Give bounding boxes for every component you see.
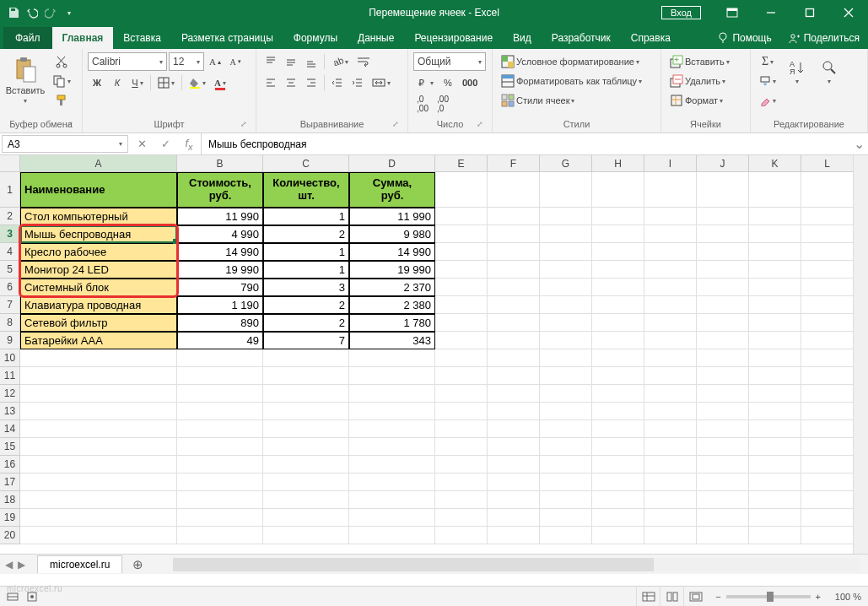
cell[interactable]: [592, 314, 644, 332]
cell[interactable]: [263, 403, 349, 420]
cell[interactable]: [20, 403, 177, 420]
row-header[interactable]: 13: [0, 403, 20, 420]
cell[interactable]: [435, 243, 488, 261]
cell[interactable]: [540, 491, 592, 509]
cell[interactable]: [540, 332, 592, 349]
cell[interactable]: [540, 243, 592, 261]
cell[interactable]: [749, 261, 801, 279]
cell[interactable]: [177, 403, 263, 420]
format-as-table-button[interactable]: Форматировать как таблицу▾: [498, 72, 658, 90]
cell[interactable]: [801, 314, 854, 332]
cell[interactable]: [435, 367, 488, 385]
cell[interactable]: [20, 527, 177, 544]
cell[interactable]: [177, 420, 263, 438]
cell[interactable]: Количество,шт.: [263, 172, 349, 208]
cell[interactable]: [540, 456, 592, 473]
font-color-icon[interactable]: A▾: [211, 73, 229, 92]
cell[interactable]: [801, 208, 854, 225]
cell[interactable]: [801, 367, 854, 385]
grow-font-icon[interactable]: A▴: [206, 52, 224, 71]
cell[interactable]: [20, 385, 177, 403]
cell[interactable]: [177, 438, 263, 456]
cell[interactable]: [435, 208, 488, 225]
cell[interactable]: [263, 509, 349, 527]
cell[interactable]: [644, 438, 697, 456]
cell[interactable]: [540, 296, 592, 314]
cell[interactable]: Кресло рабочее: [20, 243, 177, 261]
comma-icon[interactable]: 000: [459, 73, 481, 92]
share-button[interactable]: Поделиться: [780, 27, 868, 49]
cell[interactable]: [749, 208, 801, 225]
indent-icon[interactable]: [348, 73, 367, 92]
cell[interactable]: Клавиатура проводная: [20, 296, 177, 314]
align-center-icon[interactable]: [282, 73, 300, 92]
cell[interactable]: [697, 243, 749, 261]
cell[interactable]: [592, 403, 644, 420]
underline-icon[interactable]: Ч▾: [128, 73, 147, 92]
format-painter-icon[interactable]: [49, 91, 74, 110]
cell[interactable]: [801, 296, 854, 314]
cell[interactable]: 1: [263, 208, 349, 225]
cell[interactable]: [644, 314, 697, 332]
cell[interactable]: [435, 261, 488, 279]
col-header[interactable]: D: [349, 155, 435, 172]
page-break-view-icon[interactable]: [683, 587, 707, 607]
fx-icon[interactable]: fx: [177, 137, 201, 152]
tab-file[interactable]: Файл: [3, 27, 52, 49]
cell[interactable]: [435, 279, 488, 296]
cell[interactable]: [488, 491, 540, 509]
vertical-scrollbar[interactable]: [853, 155, 868, 554]
qat-customize-icon[interactable]: ▾: [62, 6, 76, 19]
cell[interactable]: 4 990: [177, 225, 263, 243]
cell[interactable]: [592, 420, 644, 438]
cell[interactable]: 2: [263, 225, 349, 243]
cell[interactable]: [20, 473, 177, 491]
cell[interactable]: [697, 403, 749, 420]
cell[interactable]: [592, 332, 644, 349]
cell[interactable]: [644, 527, 697, 544]
cell[interactable]: 49: [177, 332, 263, 349]
row-header[interactable]: 19: [0, 509, 20, 527]
cell[interactable]: [540, 403, 592, 420]
close-button[interactable]: [829, 0, 868, 25]
tab-справка[interactable]: Справка: [621, 27, 681, 49]
cell[interactable]: [592, 456, 644, 473]
cell[interactable]: Стоимость,руб.: [177, 172, 263, 208]
row-header[interactable]: 5: [0, 261, 20, 279]
row-header[interactable]: 9: [0, 332, 20, 349]
align-right-icon[interactable]: [302, 73, 321, 92]
italic-icon[interactable]: К: [108, 73, 127, 92]
name-box[interactable]: A3▾: [2, 135, 128, 153]
cell[interactable]: [697, 296, 749, 314]
cell[interactable]: [488, 349, 540, 367]
cell[interactable]: [749, 279, 801, 296]
cell[interactable]: [644, 403, 697, 420]
tab-данные[interactable]: Данные: [348, 27, 404, 49]
cell[interactable]: [801, 261, 854, 279]
cell[interactable]: [177, 456, 263, 473]
cell[interactable]: [749, 314, 801, 332]
col-header[interactable]: E: [435, 155, 488, 172]
col-header[interactable]: J: [697, 155, 749, 172]
cell[interactable]: [644, 172, 697, 208]
cancel-formula-icon[interactable]: ✕: [130, 138, 154, 150]
row-header[interactable]: 17: [0, 473, 20, 491]
cell[interactable]: [801, 243, 854, 261]
save-icon[interactable]: [7, 6, 20, 19]
cell[interactable]: [749, 243, 801, 261]
cell[interactable]: [435, 172, 488, 208]
cell[interactable]: [540, 527, 592, 544]
bold-icon[interactable]: Ж: [88, 73, 106, 92]
tab-главная[interactable]: Главная: [52, 27, 114, 49]
row-header[interactable]: 12: [0, 385, 20, 403]
sheet-nav-next-icon[interactable]: ▶: [18, 559, 25, 571]
cell[interactable]: [592, 172, 644, 208]
cell[interactable]: [644, 279, 697, 296]
cell[interactable]: 790: [177, 279, 263, 296]
col-header[interactable]: L: [801, 155, 854, 172]
cell[interactable]: [592, 473, 644, 491]
col-header[interactable]: F: [488, 155, 540, 172]
cell[interactable]: [349, 385, 435, 403]
cell[interactable]: [697, 208, 749, 225]
cell[interactable]: Сетевой фильтр: [20, 314, 177, 332]
